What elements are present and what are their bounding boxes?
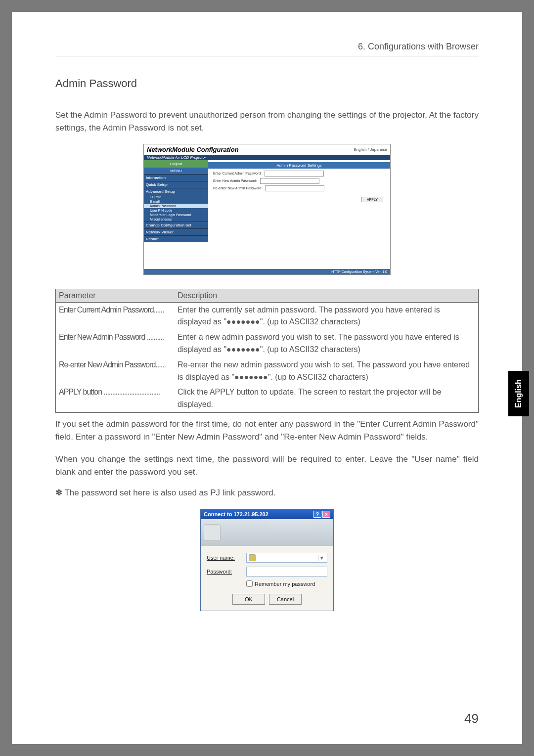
- param-col-description: Description: [175, 289, 478, 302]
- section-title: Admin Password: [55, 77, 479, 90]
- menu-label: MENU: [144, 168, 208, 174]
- help-icon[interactable]: ?: [313, 511, 321, 518]
- param-name: Re-enter New Admin Password......: [59, 359, 178, 384]
- nav-change-config[interactable]: Change Configuration Set: [144, 222, 208, 228]
- intro-text: Set the Admin Password to prevent unauth…: [55, 109, 479, 135]
- current-pw-input[interactable]: [265, 171, 324, 177]
- ok-button[interactable]: OK: [232, 594, 265, 605]
- page-header: 6. Configurations with Browser: [55, 42, 479, 56]
- after-text-1: If you set the admin password for the fi…: [55, 418, 479, 444]
- nav-admin-password[interactable]: Admin Password: [144, 204, 208, 208]
- nav-tcpip[interactable]: TCP/IP: [144, 195, 208, 199]
- password-label: Password:: [207, 569, 241, 575]
- dialog-title: Connect to 172.21.95.202: [204, 511, 268, 517]
- netmod-nav: Logout MENU Information Quick Setup Adva…: [144, 160, 208, 269]
- param-col-parameter: Parameter: [56, 289, 175, 302]
- param-name: Enter Current Admin Password......: [59, 304, 178, 329]
- dialog-banner: [201, 519, 333, 546]
- apply-button[interactable]: APPLY: [361, 197, 383, 202]
- new-pw-input[interactable]: [260, 178, 319, 184]
- reenter-pw-label: Re-enter New Admin Password:: [213, 186, 262, 190]
- language-tab: English: [508, 371, 529, 416]
- nav-information[interactable]: Information: [144, 174, 208, 181]
- language-link[interactable]: English / Japanese: [354, 147, 387, 152]
- remember-label: Remember my password: [255, 581, 315, 587]
- note-text: ✽ The password set here is also used as …: [55, 488, 479, 498]
- nav-quick-setup[interactable]: Quick Setup: [144, 181, 208, 188]
- keys-icon: [204, 524, 221, 541]
- reenter-pw-input[interactable]: [265, 185, 324, 191]
- param-desc: Re-enter the new admin password you wish…: [178, 359, 475, 384]
- param-name: Enter New Admin Password ..........: [59, 331, 178, 356]
- nav-miscellaneous[interactable]: Miscellaneous: [144, 217, 208, 222]
- cancel-button[interactable]: Cancel: [269, 594, 302, 605]
- remember-checkbox[interactable]: [246, 580, 253, 587]
- current-pw-label: Enter Current Admin Password:: [213, 172, 262, 175]
- after-text-2: When you change the settings next time, …: [55, 453, 479, 479]
- param-desc: Enter the currently set admin password. …: [178, 304, 475, 329]
- user-icon: [249, 554, 256, 561]
- netmod-footer: HTTP Configuration System Ver. 1.0: [144, 269, 390, 274]
- close-icon[interactable]: ×: [322, 511, 330, 518]
- nav-advanced-setup[interactable]: Advanced Setup: [144, 188, 208, 195]
- param-desc: Click the APPLY button to update. The sc…: [178, 386, 475, 411]
- param-desc: Enter a new admin password you wish to s…: [178, 331, 475, 356]
- netmod-title: NetworkModule Configuration: [147, 146, 239, 153]
- nav-user-pin[interactable]: User PIN code: [144, 208, 208, 213]
- table-row: Enter New Admin Password .......... Ente…: [56, 330, 478, 357]
- nav-restart[interactable]: Restart: [144, 235, 208, 242]
- table-row: APPLY button ...........................…: [56, 385, 478, 412]
- panel-title: Admin Password Settings: [208, 162, 390, 169]
- username-label: User name:: [207, 555, 241, 561]
- nav-moderator-password[interactable]: Moderator Login Password: [144, 213, 208, 217]
- param-name: APPLY button ...........................…: [59, 386, 178, 411]
- netmod-subtitle-bar: NetworkModule for LCD Projector: [144, 155, 390, 160]
- nav-email[interactable]: E-mail: [144, 199, 208, 204]
- table-row: Re-enter New Admin Password...... Re-ent…: [56, 357, 478, 385]
- logout-button[interactable]: Logout: [144, 160, 208, 168]
- chevron-down-icon[interactable]: ▾: [318, 555, 325, 561]
- table-row: Enter Current Admin Password...... Enter…: [56, 303, 478, 330]
- nav-network-viewer[interactable]: Network Viewer: [144, 228, 208, 235]
- networkmodule-screenshot: NetworkModule Configuration English / Ja…: [143, 144, 391, 275]
- password-field[interactable]: [246, 567, 327, 577]
- parameter-table: Parameter Description Enter Current Admi…: [55, 289, 479, 413]
- new-pw-label: Enter New Admin Password:: [213, 179, 257, 182]
- page-number: 49: [464, 711, 479, 726]
- username-field[interactable]: ▾: [246, 553, 327, 563]
- auth-dialog: Connect to 172.21.95.202 ? × User name: …: [200, 509, 334, 611]
